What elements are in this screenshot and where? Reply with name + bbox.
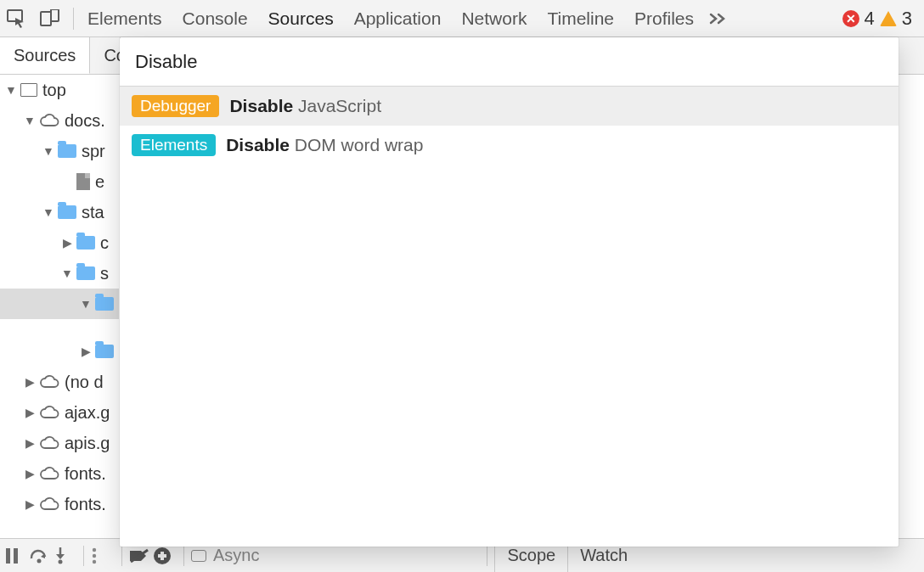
svg-rect-4 [14, 548, 18, 564]
more-actions-icon[interactable] [91, 547, 115, 564]
warning-icon [880, 11, 897, 26]
tree-label: spr [82, 142, 105, 161]
command-text: Disable JavaScript [229, 96, 381, 116]
svg-rect-1 [41, 12, 51, 25]
svg-point-9 [93, 553, 96, 557]
command-menu-item[interactable]: DebuggerDisable JavaScript [120, 87, 899, 126]
chevron-down-icon[interactable] [80, 297, 92, 311]
devtools-toolbar: ElementsConsoleSourcesApplicationNetwork… [0, 0, 924, 37]
step-over-icon[interactable] [29, 548, 53, 564]
chevron-right-icon[interactable] [24, 436, 36, 450]
command-menu-results: DebuggerDisable JavaScriptElementsDisabl… [120, 87, 899, 547]
command-text: Disable DOM word wrap [226, 135, 423, 155]
tree-row[interactable]: c [0, 227, 119, 258]
tree-label: ajax.g [65, 403, 110, 423]
toolbar-left-icons [7, 9, 70, 28]
folder-icon [76, 266, 95, 280]
chevron-right-icon[interactable] [24, 375, 36, 389]
more-tabs-icon[interactable] [707, 13, 728, 25]
tree-label: sta [82, 203, 104, 222]
issue-counters[interactable]: ✕ 4 3 [842, 8, 913, 30]
category-badge: Debugger [132, 95, 219, 117]
command-menu-input[interactable] [135, 51, 883, 73]
tree-row[interactable]: fonts. [0, 458, 119, 489]
svg-rect-2 [51, 9, 59, 21]
subtab-sources[interactable]: Sources [0, 37, 90, 74]
tree-label: docs. [65, 111, 105, 131]
tree-row[interactable] [0, 336, 119, 367]
tree-row[interactable]: ajax.g [0, 397, 119, 428]
svg-rect-14 [161, 552, 164, 560]
tree-row[interactable]: e [0, 166, 119, 197]
tab-timeline[interactable]: Timeline [542, 5, 619, 32]
cloud-icon [39, 113, 59, 128]
tab-application[interactable]: Application [349, 5, 447, 32]
tab-elements[interactable]: Elements [82, 5, 167, 32]
chevron-down-icon[interactable] [42, 205, 54, 219]
chevron-right-icon[interactable] [80, 345, 92, 358]
chevron-right-icon[interactable] [24, 497, 36, 511]
error-count: 4 [865, 8, 875, 30]
chevron-down-icon[interactable] [5, 83, 17, 97]
device-mode-icon[interactable] [39, 9, 59, 28]
svg-point-10 [93, 559, 96, 563]
error-icon: ✕ [842, 10, 859, 27]
folder-icon [95, 345, 114, 358]
svg-point-7 [59, 559, 63, 564]
tree-label: c [100, 233, 109, 253]
folder-icon [76, 236, 95, 250]
async-label: Async [213, 546, 259, 565]
command-menu: DebuggerDisable JavaScriptElementsDisabl… [120, 37, 899, 547]
tree-row[interactable]: top [0, 75, 119, 105]
tab-profiles[interactable]: Profiles [629, 5, 699, 32]
frame-icon [20, 83, 37, 97]
tree-row[interactable]: apis.g [0, 428, 119, 458]
cloud-icon [39, 496, 59, 512]
tree-row[interactable]: fonts. [0, 489, 119, 519]
pause-icon[interactable] [5, 548, 29, 564]
tree-label: s [100, 264, 109, 283]
async-checkbox[interactable] [191, 550, 206, 562]
tree-row[interactable]: spr [0, 136, 119, 166]
folder-icon [58, 205, 76, 219]
step-into-icon[interactable] [53, 547, 76, 564]
toolbar-divider [73, 8, 74, 30]
category-badge: Elements [132, 134, 216, 156]
tree-label: e [95, 172, 104, 192]
tab-console[interactable]: Console [177, 5, 253, 32]
svg-point-8 [93, 547, 96, 551]
cloud-icon [39, 405, 59, 420]
chevron-right-icon[interactable] [24, 467, 36, 480]
chevron-down-icon[interactable] [61, 266, 73, 280]
command-menu-search [120, 37, 899, 87]
inspect-element-icon[interactable] [7, 9, 27, 28]
chevron-right-icon[interactable] [61, 236, 73, 250]
tree-row[interactable]: s [0, 258, 119, 289]
tab-sources[interactable]: Sources [263, 5, 339, 32]
chevron-down-icon[interactable] [24, 114, 36, 127]
cloud-icon [39, 466, 59, 481]
chevron-down-icon[interactable] [42, 144, 54, 158]
svg-rect-3 [6, 548, 10, 564]
chevron-right-icon[interactable] [24, 406, 36, 419]
subtab-co[interactable]: Co [90, 37, 121, 74]
tree-row[interactable]: docs. [0, 105, 119, 136]
folder-icon [95, 297, 114, 311]
tree-row[interactable] [0, 289, 119, 319]
main-tabs: ElementsConsoleSourcesApplicationNetwork… [82, 5, 699, 32]
tree-label: fonts. [65, 464, 106, 484]
svg-rect-0 [8, 10, 22, 21]
pause-on-exceptions-icon[interactable] [153, 547, 177, 565]
deactivate-breakpoints-icon[interactable] [129, 548, 153, 564]
tree-label: (no d [65, 373, 104, 392]
warning-count: 3 [902, 8, 912, 30]
tree-label: top [42, 81, 66, 100]
tree-row[interactable]: sta [0, 197, 119, 227]
file-icon [76, 173, 90, 190]
file-tree[interactable]: topdocs.sprestacs(no dajax.gapis.gfonts.… [0, 75, 119, 538]
command-menu-item[interactable]: ElementsDisable DOM word wrap [120, 126, 899, 165]
cloud-icon [39, 374, 59, 390]
cloud-icon [39, 435, 59, 451]
tree-row[interactable]: (no d [0, 367, 119, 397]
tab-network[interactable]: Network [456, 5, 532, 32]
